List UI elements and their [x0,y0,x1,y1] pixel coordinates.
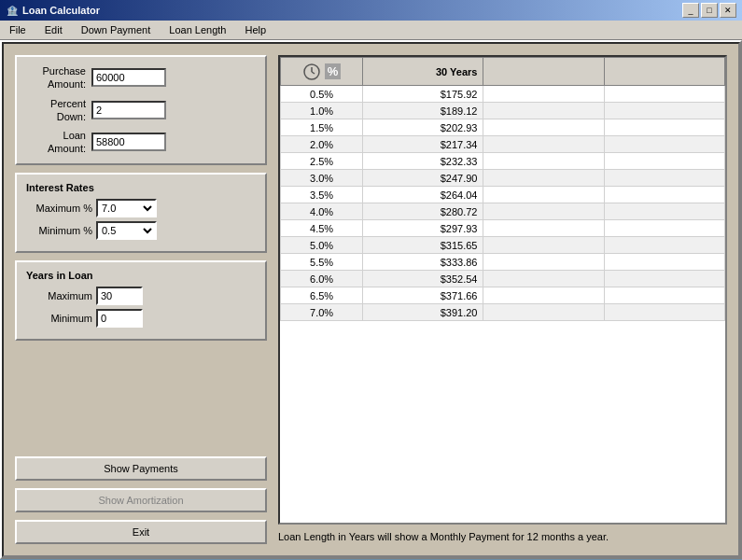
payment-table-container: % 30 Years 0.5%$175.921.0%$189.121.5%$20… [278,55,727,525]
show-amortization-button[interactable]: Show Amortization [15,488,267,512]
percent-row: Percent Down: [26,97,256,124]
col-header-rate: % [281,58,363,86]
years-max-label: Maximum [26,290,96,301]
empty-cell-2 [604,86,724,103]
empty-cell-2 [604,287,724,304]
amount-cell: $175.92 [363,86,483,103]
empty-cell-2 [604,220,724,237]
empty-cell-1 [483,103,604,119]
empty-cell-1 [483,237,604,254]
amount-cell: $232.33 [363,153,483,170]
interest-min-label: Minimum % [26,225,96,236]
interest-min-row: Minimum % 0.5 1.0 1.5 2.0 [26,221,256,240]
minimize-button[interactable]: _ [682,3,699,18]
menu-down-payment[interactable]: Down Payment [76,22,157,37]
empty-cell-2 [604,170,724,187]
table-row: 7.0%$391.20 [281,304,725,321]
empty-cell-1 [483,271,604,287]
amount-cell: $264.04 [363,187,483,203]
empty-cell-2 [604,237,724,254]
percent-badge: % [325,63,342,79]
rate-cell: 1.5% [281,119,363,136]
empty-cell-2 [604,203,724,220]
rate-cell: 4.5% [281,220,363,237]
years-max-input[interactable] [96,287,143,305]
empty-cell-1 [483,86,604,103]
years-max-row: Maximum [26,287,256,305]
empty-cell-2 [604,153,724,170]
amount-cell: $297.93 [363,220,483,237]
app-icon: 🏦 [6,4,19,17]
table-row: 1.0%$189.12 [281,103,725,119]
left-panel: Purchase Amount: Percent Down: Loan Amou… [15,55,267,544]
amount-cell: $202.93 [363,119,483,136]
amount-cell: $333.86 [363,254,483,271]
empty-cell-2 [604,103,724,119]
empty-cell-1 [483,304,604,321]
menu-file[interactable]: File [4,22,32,37]
empty-cell-1 [483,119,604,136]
purchase-input[interactable] [91,68,166,87]
loan-input[interactable] [91,133,166,151]
right-panel: % 30 Years 0.5%$175.921.0%$189.121.5%$20… [278,55,727,544]
rate-cell: 2.5% [281,153,363,170]
table-row: 4.5%$297.93 [281,220,725,237]
table-row: 5.0%$315.65 [281,237,725,254]
amount-cell: $280.72 [363,203,483,220]
close-button[interactable]: ✕ [720,3,736,18]
empty-cell-1 [483,153,604,170]
menu-bar: File Edit Down Payment Loan Length Help [0,21,742,40]
rate-cell: 0.5% [281,86,363,103]
empty-cell-1 [483,254,604,271]
empty-cell-2 [604,187,724,203]
amount-cell: $391.20 [363,304,483,321]
footer-text: Loan Length in Years will show a Monthly… [278,530,727,544]
table-row: 6.5%$371.66 [281,287,725,304]
menu-edit[interactable]: Edit [39,22,68,37]
empty-cell-2 [604,304,724,321]
clock-icon [302,63,321,81]
empty-cell-1 [483,187,604,203]
title-bar: 🏦 Loan Calculator _ □ ✕ [0,0,742,21]
menu-help[interactable]: Help [239,22,272,37]
empty-cell-1 [483,220,604,237]
loan-row: Loan Amount: [26,129,256,156]
inner-panel: Purchase Amount: Percent Down: Loan Amou… [2,42,740,557]
col-header-empty2 [604,58,724,86]
years-loan-label: Years in Loan [26,270,256,281]
years-min-label: Minimum [26,313,96,324]
empty-cell-1 [483,136,604,153]
amount-cell: $371.66 [363,287,483,304]
col-header-empty1 [483,58,604,86]
interest-min-select[interactable]: 0.5 1.0 1.5 2.0 [96,221,157,240]
rate-cell: 1.0% [281,103,363,119]
interest-rates-section: Interest Rates Maximum % 7.0 8.0 9.0 10.… [15,173,267,253]
maximize-button[interactable]: □ [701,3,718,18]
empty-cell-2 [604,136,724,153]
rate-cell: 5.0% [281,237,363,254]
exit-button[interactable]: Exit [15,520,267,544]
amount-cell: $189.12 [363,103,483,119]
years-min-input[interactable] [96,309,143,328]
empty-cell-2 [604,119,724,136]
window-title: Loan Calculator [22,5,100,16]
percent-input[interactable] [91,101,166,119]
rate-cell: 3.0% [281,170,363,187]
purchase-row: Purchase Amount: [26,64,256,91]
amount-cell: $217.34 [363,136,483,153]
table-row: 4.0%$280.72 [281,203,725,220]
amount-cell: $247.90 [363,170,483,187]
show-payments-button[interactable]: Show Payments [15,456,267,481]
payment-table: % 30 Years 0.5%$175.921.0%$189.121.5%$20… [280,57,725,321]
table-row: 2.5%$232.33 [281,153,725,170]
table-row: 3.5%$264.04 [281,187,725,203]
interest-max-select[interactable]: 7.0 8.0 9.0 10.0 [96,199,157,217]
rate-cell: 7.0% [281,304,363,321]
interest-rates-label: Interest Rates [26,182,256,193]
menu-loan-length[interactable]: Loan Length [163,22,231,37]
empty-cell-1 [483,287,604,304]
loan-info-section: Purchase Amount: Percent Down: Loan Amou… [15,55,267,165]
empty-cell-1 [483,203,604,220]
rate-cell: 5.5% [281,254,363,271]
table-row: 2.0%$217.34 [281,136,725,153]
